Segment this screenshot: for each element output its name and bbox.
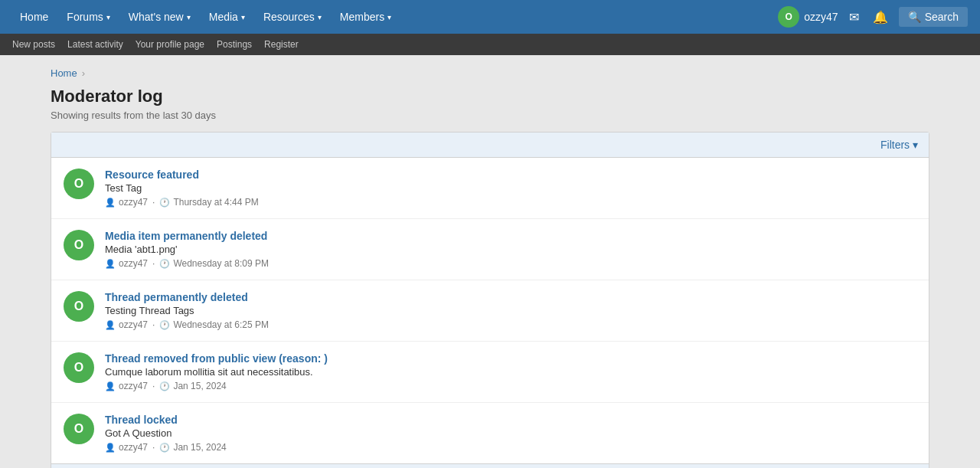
log-entry-0: O Resource featured Test Tag 👤 ozzy47 · … xyxy=(51,158,929,219)
user-icon: 👤 xyxy=(105,443,116,453)
sub-nav-new-posts[interactable]: New posts xyxy=(12,39,55,50)
log-time: Jan 15, 2024 xyxy=(173,381,226,391)
avatar: O xyxy=(778,6,799,28)
page-subtitle: Showing results from the last 30 days xyxy=(51,110,929,121)
log-meta: 👤 ozzy47 · 🕐 Wednesday at 8:09 PM xyxy=(105,258,916,269)
user-menu[interactable]: O ozzy47 xyxy=(778,6,838,28)
sub-nav-your-profile[interactable]: Your profile page xyxy=(136,39,204,50)
meta-separator: · xyxy=(152,442,155,453)
clock-icon: 🕐 xyxy=(159,381,170,391)
log-action-link[interactable]: Resource featured xyxy=(105,169,916,181)
nav-right: O ozzy47 ✉ 🔔 🔍 Search xyxy=(778,6,968,28)
username-label: ozzy47 xyxy=(804,11,838,23)
log-container: Filters ▾ O Resource featured Test Tag 👤… xyxy=(51,132,929,468)
log-header: Filters ▾ xyxy=(51,133,929,158)
page-title: Moderator log xyxy=(51,87,929,106)
clock-icon: 🕐 xyxy=(159,198,170,208)
whats-new-dropdown-icon: ▾ xyxy=(187,13,191,21)
breadcrumb-home[interactable]: Home xyxy=(51,67,77,79)
log-action-link[interactable]: Thread removed from public view (reason:… xyxy=(105,352,916,365)
members-dropdown-icon: ▾ xyxy=(387,13,391,21)
forums-dropdown-icon: ▾ xyxy=(106,13,110,21)
log-time: Wednesday at 8:09 PM xyxy=(173,258,269,269)
user-icon: 👤 xyxy=(105,259,116,269)
nav-forums[interactable]: Forums ▾ xyxy=(59,6,117,28)
mail-icon-button[interactable]: ✉ xyxy=(846,7,862,28)
avatar: O xyxy=(64,291,94,322)
log-entry-4: O Thread locked Got A Question 👤 ozzy47 … xyxy=(51,403,929,463)
log-user: ozzy47 xyxy=(119,258,148,269)
log-meta: 👤 ozzy47 · 🕐 Jan 15, 2024 xyxy=(105,442,916,453)
log-detail: Test Tag xyxy=(105,182,916,194)
media-dropdown-icon: ▾ xyxy=(241,13,245,21)
nav-media[interactable]: Media ▾ xyxy=(201,6,253,28)
log-detail: Media 'abt1.png' xyxy=(105,244,916,255)
search-icon: 🔍 xyxy=(908,11,921,23)
meta-separator: · xyxy=(152,319,155,330)
breadcrumb-separator: › xyxy=(82,67,85,79)
user-icon: 👤 xyxy=(105,381,116,391)
sub-nav-register[interactable]: Register xyxy=(264,39,299,50)
clock-icon: 🕐 xyxy=(159,443,170,453)
log-user: ozzy47 xyxy=(119,319,148,330)
log-meta: 👤 ozzy47 · 🕐 Wednesday at 6:25 PM xyxy=(105,319,916,330)
log-time: Thursday at 4:44 PM xyxy=(173,197,258,208)
log-detail: Testing Thread Tags xyxy=(105,305,916,316)
log-body: Thread locked Got A Question 👤 ozzy47 · … xyxy=(105,414,916,453)
log-entry-1: O Media item permanently deleted Media '… xyxy=(51,219,929,280)
nav-members[interactable]: Members ▾ xyxy=(332,6,399,28)
top-navigation: Home Forums ▾ What's new ▾ Media ▾ Resou… xyxy=(0,0,980,34)
log-action-link[interactable]: Thread permanently deleted xyxy=(105,291,916,303)
nav-home[interactable]: Home xyxy=(12,6,56,28)
log-user: ozzy47 xyxy=(119,442,148,453)
search-button[interactable]: 🔍 Search xyxy=(899,7,968,27)
log-entries-list: O Resource featured Test Tag 👤 ozzy47 · … xyxy=(51,158,929,463)
meta-separator: · xyxy=(152,197,155,208)
clock-icon: 🕐 xyxy=(159,320,170,330)
filters-button[interactable]: Filters ▾ xyxy=(880,139,918,151)
log-body: Thread removed from public view (reason:… xyxy=(105,352,916,391)
log-time: Jan 15, 2024 xyxy=(173,442,226,453)
user-icon: 👤 xyxy=(105,320,116,330)
sub-nav-postings[interactable]: Postings xyxy=(217,39,252,50)
meta-separator: · xyxy=(152,381,155,391)
log-user: ozzy47 xyxy=(119,381,148,391)
nav-whats-new[interactable]: What's new ▾ xyxy=(121,6,198,28)
log-user: ozzy47 xyxy=(119,197,148,208)
user-icon: 👤 xyxy=(105,198,116,208)
sub-navigation: New posts Latest activity Your profile p… xyxy=(0,34,980,55)
log-meta: 👤 ozzy47 · 🕐 Jan 15, 2024 xyxy=(105,381,916,391)
log-entry-3: O Thread removed from public view (reaso… xyxy=(51,342,929,403)
log-action-link[interactable]: Thread locked xyxy=(105,414,916,426)
log-meta: 👤 ozzy47 · 🕐 Thursday at 4:44 PM xyxy=(105,197,916,208)
log-body: Thread permanently deleted Testing Threa… xyxy=(105,291,916,330)
avatar: O xyxy=(64,169,94,199)
log-body: Media item permanently deleted Media 'ab… xyxy=(105,230,916,269)
avatar: O xyxy=(64,352,94,383)
clock-icon: 🕐 xyxy=(159,259,170,269)
meta-separator: · xyxy=(152,258,155,269)
log-body: Resource featured Test Tag 👤 ozzy47 · 🕐 … xyxy=(105,169,916,208)
page-content: Home › Moderator log Showing results fro… xyxy=(38,55,942,468)
log-action-link[interactable]: Media item permanently deleted xyxy=(105,230,916,242)
breadcrumb: Home › xyxy=(51,67,929,79)
log-detail: Cumque laborum mollitia sit aut necessit… xyxy=(105,366,916,378)
log-entry-2: O Thread permanently deleted Testing Thr… xyxy=(51,280,929,342)
log-detail: Got A Question xyxy=(105,427,916,439)
avatar: O xyxy=(64,230,94,260)
resources-dropdown-icon: ▾ xyxy=(318,13,322,21)
bell-icon-button[interactable]: 🔔 xyxy=(870,7,891,28)
log-time: Wednesday at 6:25 PM xyxy=(173,319,269,330)
sub-nav-latest-activity[interactable]: Latest activity xyxy=(67,39,123,50)
log-footer: Show older items xyxy=(51,463,929,468)
avatar: O xyxy=(64,414,94,444)
nav-resources[interactable]: Resources ▾ xyxy=(256,6,329,28)
nav-left: Home Forums ▾ What's new ▾ Media ▾ Resou… xyxy=(12,6,778,28)
